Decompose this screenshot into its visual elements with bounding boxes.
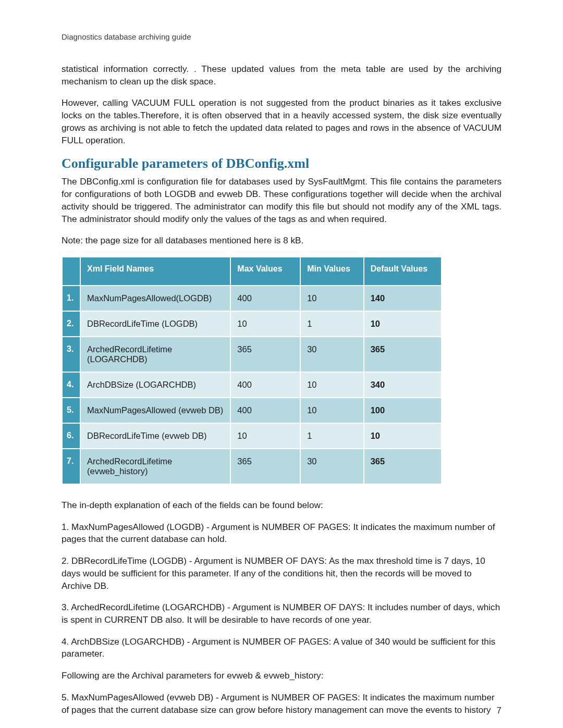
cell-max: 400 <box>230 372 300 398</box>
page-number: 7 <box>497 706 501 716</box>
table-row: 1. MaxNumPagesAllowed(LOGDB) 400 10 140 <box>62 286 442 311</box>
paragraph-intro-2: However, calling VACUUM FULL operation i… <box>62 97 501 146</box>
paragraph-below-table: The in-depth explanation of each of the … <box>62 499 501 512</box>
cell-min: 30 <box>300 337 364 372</box>
cell-name: DBRecordLifeTime (LOGDB) <box>80 311 230 337</box>
cell-max: 10 <box>230 423 300 449</box>
row-number: 7. <box>62 449 80 484</box>
row-number: 2. <box>62 311 80 337</box>
cell-def: 10 <box>364 311 442 337</box>
cell-name: ArchedRecordLifetime (LOGARCHDB) <box>80 337 230 372</box>
cell-def: 140 <box>364 286 442 311</box>
paragraph-explanation-3: 3. ArchedRecordLifetime (LOGARCHDB) - Ar… <box>62 601 501 626</box>
table-row: 5. MaxNumPagesAllowed (evweb DB) 400 10 … <box>62 398 442 423</box>
table-header-default: Default Values <box>364 257 442 286</box>
cell-name: ArchDBSize (LOGARCHDB) <box>80 372 230 398</box>
cell-def: 340 <box>364 372 442 398</box>
table-row: 2. DBRecordLifeTime (LOGDB) 10 1 10 <box>62 311 442 337</box>
cell-max: 400 <box>230 286 300 311</box>
paragraph-explanation-5: 5. MaxNumPagesAllowed (evweb DB) - Argum… <box>62 692 501 716</box>
section-heading-configurable-parameters: Configurable parameters of DBConfig.xml <box>62 156 501 171</box>
doc-header-title: Diagnostics database archiving guide <box>62 32 501 41</box>
cell-name: MaxNumPagesAllowed (evweb DB) <box>80 398 230 423</box>
cell-min: 1 <box>300 423 364 449</box>
cell-min: 10 <box>300 398 364 423</box>
cell-min: 1 <box>300 311 364 337</box>
paragraph-config-desc: The DBConfig.xml is configuration file f… <box>62 176 501 225</box>
table-header-blank <box>62 257 80 286</box>
table-header-xml-field: Xml Field Names <box>80 257 230 286</box>
table-header-min: Min Values <box>300 257 364 286</box>
row-number: 4. <box>62 372 80 398</box>
paragraph-explanation-4: 4. ArchDBSize (LOGARCHDB) - Argument is … <box>62 636 501 660</box>
cell-min: 10 <box>300 372 364 398</box>
row-number: 5. <box>62 398 80 423</box>
row-number: 3. <box>62 337 80 372</box>
table-row: 3. ArchedRecordLifetime (LOGARCHDB) 365 … <box>62 337 442 372</box>
table-row: 4. ArchDBSize (LOGARCHDB) 400 10 340 <box>62 372 442 398</box>
table-row: 7. ArchedRecordLifetime (evweb_history) … <box>62 449 442 484</box>
cell-def: 100 <box>364 398 442 423</box>
cell-max: 365 <box>230 337 300 372</box>
cell-def: 365 <box>364 449 442 484</box>
table-header-row: Xml Field Names Max Values Min Values De… <box>62 257 442 286</box>
cell-def: 10 <box>364 423 442 449</box>
table-header-max: Max Values <box>230 257 300 286</box>
cell-min: 30 <box>300 449 364 484</box>
table-row: 6. DBRecordLifeTime (evweb DB) 10 1 10 <box>62 423 442 449</box>
row-number: 1. <box>62 286 80 311</box>
cell-max: 400 <box>230 398 300 423</box>
paragraph-explanation-2: 2. DBRecordLifeTime (LOGDB) - Argument i… <box>62 555 501 592</box>
cell-min: 10 <box>300 286 364 311</box>
paragraph-explanation-1: 1. MaxNumPagesAllowed (LOGDB) - Argument… <box>62 521 501 546</box>
paragraph-explanation-subhead: Following are the Archival parameters fo… <box>62 670 501 682</box>
row-number: 6. <box>62 423 80 449</box>
cell-name: MaxNumPagesAllowed(LOGDB) <box>80 286 230 311</box>
cell-def: 365 <box>364 337 442 372</box>
cell-name: ArchedRecordLifetime (evweb_history) <box>80 449 230 484</box>
parameters-table: Xml Field Names Max Values Min Values De… <box>62 256 442 485</box>
cell-max: 10 <box>230 311 300 337</box>
paragraph-intro-1: statistical information correctly. . The… <box>62 63 501 88</box>
cell-name: DBRecordLifeTime (evweb DB) <box>80 423 230 449</box>
cell-max: 365 <box>230 449 300 484</box>
paragraph-note: Note: the page size for all databases me… <box>62 235 501 247</box>
